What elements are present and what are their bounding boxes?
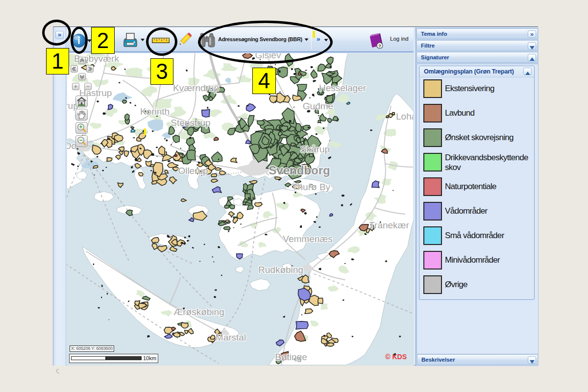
svg-text:?: ? (378, 44, 381, 49)
svg-text:Ærøskøbing: Ærøskøbing (173, 307, 224, 317)
svg-text:Rudkøbing: Rudkøbing (258, 265, 303, 275)
svg-text:Vemmenæs: Vemmenæs (283, 234, 332, 244)
svg-text:Marstal: Marstal (216, 332, 246, 343)
svg-text:Korinth: Korinth (140, 106, 170, 117)
svg-text:+: + (79, 123, 82, 130)
svg-text:Hesselager: Hesselager (319, 83, 367, 93)
svg-text:Kværndrup: Kværndrup (173, 83, 219, 93)
svg-text:Thurø By: Thurø By (292, 182, 331, 192)
svg-text:Lohals: Lohals (396, 111, 414, 122)
svg-text:Svendborg: Svendborg (269, 164, 330, 177)
svg-text:Ollerup: Ollerup (178, 166, 208, 176)
svg-text:Skårup: Skårup (300, 144, 330, 154)
svg-text:Stenstrup: Stenstrup (171, 118, 210, 128)
svg-text:−: − (79, 137, 82, 144)
svg-text:Gudme: Gudme (303, 101, 333, 111)
svg-text:Tranekær: Tranekær (369, 220, 409, 230)
svg-text:Bøtinge: Bøtinge (275, 352, 307, 362)
